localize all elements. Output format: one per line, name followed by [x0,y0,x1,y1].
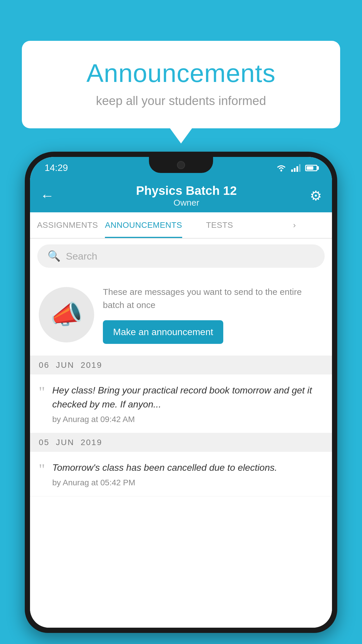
search-icon: 🔍 [48,250,61,262]
wifi-icon [276,164,287,172]
announcement-text-2: Tomorrow's class has been cancelled due … [52,461,323,475]
speech-bubble-title: Announcements [45,58,317,88]
phone-mockup: 14:29 [25,152,337,644]
phone-frame: 14:29 [25,152,337,633]
settings-icon[interactable]: ⚙ [310,188,322,204]
phone-screen: 14:29 [30,157,332,628]
search-bar[interactable]: 🔍 Search [37,244,325,268]
date-separator-2: 05 JUN 2019 [30,433,332,452]
tab-more[interactable]: › [257,212,332,238]
make-announcement-button[interactable]: Make an announcement [103,320,223,344]
app-bar-subtitle: Owner [63,198,310,208]
app-bar-title-group: Physics Batch 12 Owner [63,184,310,208]
date-separator-1: 06 JUN 2019 [30,356,332,374]
phone-camera [177,161,185,169]
app-bar-title: Physics Batch 12 [63,184,310,198]
announcement-text-1: Hey class! Bring your practical record b… [52,383,323,411]
speech-bubble: Announcements keep all your students inf… [22,41,340,128]
svg-rect-2 [294,168,296,172]
signal-icon [291,164,301,172]
svg-rect-1 [291,169,293,172]
phone-notch [149,157,213,173]
announcement-text-group-2: Tomorrow's class has been cancelled due … [52,461,323,487]
search-bar-wrapper: 🔍 Search [30,239,332,274]
search-input[interactable]: Search [66,251,97,262]
cta-right: These are messages you want to send to t… [103,285,323,344]
announcement-meta-1: by Anurag at 09:42 AM [52,415,323,424]
quote-icon-2: " [39,462,45,477]
battery-icon [305,165,317,171]
back-button[interactable]: ← [40,188,54,204]
announcement-item-2[interactable]: " Tomorrow's class has been cancelled du… [30,452,332,496]
speech-bubble-container: Announcements keep all your students inf… [22,41,340,128]
tab-announcements[interactable]: ANNOUNCEMENTS [105,212,182,238]
announcement-item-1[interactable]: " Hey class! Bring your practical record… [30,374,332,433]
announcement-text-group-1: Hey class! Bring your practical record b… [52,383,323,424]
megaphone-circle: 📣 [39,287,94,342]
quote-icon-1: " [39,385,45,400]
svg-rect-4 [299,164,301,172]
svg-point-0 [280,170,282,172]
announcement-cta: 📣 These are messages you want to send to… [30,274,332,356]
speech-bubble-subtitle: keep all your students informed [45,94,317,108]
cta-description: These are messages you want to send to t… [103,285,323,312]
screen-content: 🔍 Search 📣 These are messages you want t… [30,239,332,628]
megaphone-icon: 📣 [50,299,83,330]
svg-rect-3 [296,166,298,172]
app-bar: ← Physics Batch 12 Owner ⚙ [30,179,332,212]
tab-assignments[interactable]: ASSIGNMENTS [30,212,105,238]
announcement-meta-2: by Anurag at 05:42 PM [52,478,323,487]
tabs-bar: ASSIGNMENTS ANNOUNCEMENTS TESTS › [30,212,332,239]
tab-tests[interactable]: TESTS [182,212,257,238]
status-icons [276,164,317,172]
